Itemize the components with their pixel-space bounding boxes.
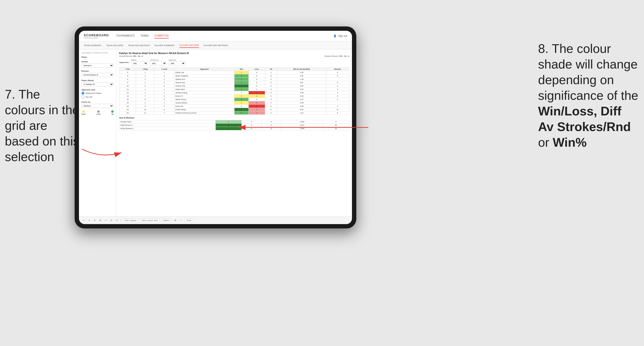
table-row: 1063 Andrea York 2 0 0 4.004 [120, 84, 349, 88]
player-rank-label: Player (Rank) [81, 79, 114, 82]
table-row: 1474 Eunice Yi 2 2 0 0.389 [120, 95, 349, 98]
player-section: Player [81, 56, 114, 58]
save-custom-button[interactable]: Save Custom View [140, 219, 159, 222]
nav-committee[interactable]: COMMITTEE [154, 33, 169, 38]
grid-button[interactable]: ⊞ [98, 219, 102, 222]
colour-legend: Down Level Up [81, 110, 114, 115]
cut-button[interactable]: ✂ [104, 219, 108, 222]
region-label: Region [131, 59, 148, 61]
th-div: # Div [120, 68, 136, 71]
clock-button[interactable]: ◷ [115, 219, 119, 222]
toolbar-divider [120, 219, 121, 222]
gender-section: Gender Women's [81, 61, 114, 68]
nav-links: TOURNAMENTS TEAMS COMMITTEE [116, 33, 334, 38]
paste-button[interactable]: ⊡ [110, 219, 113, 222]
main-content: Last Updated: 27/03/2024 16:55:38 Player… [79, 49, 352, 216]
logo-title: SCOREBOARD [84, 33, 109, 37]
top100-radio[interactable]: Top 100 [81, 95, 114, 99]
colour-by-label: Colour by [81, 101, 114, 103]
sub-nav-player-summary[interactable]: PLAYER SUMMARY [155, 43, 175, 48]
table-row: 1311 Jessica Huang 0 1 0 -3.002 [120, 91, 349, 95]
sub-nav-player-h2h-heatmap[interactable]: PLAYER H2H HEATMAP [204, 43, 228, 48]
up-dot [111, 110, 114, 113]
table-row: 914 Sharon Mun 1 0 0 3.673 [120, 81, 349, 84]
user-icon: 👤 [334, 35, 336, 37]
opponent-select[interactable]: (All) [168, 61, 186, 65]
player-rank-select[interactable]: 8. Katelyn Vo [81, 82, 114, 86]
sub-nav-team-h2h-heatmap[interactable]: TEAM H2H HEATMAP [128, 43, 150, 48]
division-select[interactable]: NCAA Division III [81, 73, 114, 77]
legend-up: Up [111, 110, 114, 115]
left-annotation: 7. The colours in the grid are based on … [5, 87, 82, 165]
watch-button[interactable]: Watch ▾ [162, 219, 172, 222]
h2h-table: # Div # Reg # Conf Opponent Win Loss Tie… [119, 67, 349, 115]
sub-nav-team-h2h-grid[interactable]: TEAM H2H GRID [106, 43, 123, 48]
opponents-filter-label: Opponents: [119, 61, 129, 63]
legend-down: Down [81, 110, 86, 115]
opponent-view-options: Opponents Played Top 100 [81, 92, 114, 99]
opponent-view-section: Opponent view Opponents Played Top 100 [81, 89, 114, 99]
colour-by-select[interactable]: Win/loss [81, 104, 114, 108]
th-tie: Tie [265, 68, 277, 71]
grid-area: Katelyn Vo Head-to-Head Grid for Women's… [116, 49, 352, 216]
level-dot [97, 110, 100, 113]
conference-select[interactable]: (All) [150, 61, 166, 65]
logo-subtitle: Powered by clippd [84, 37, 109, 39]
table-row: 633 Sydney Kuo 1 0 0 -1.00 [120, 78, 349, 81]
nav-bar: SCOREBOARD Powered by clippd TOURNAMENTS… [79, 31, 352, 41]
toolbar: ↩ ↪ ⟳ ⊞ ✂ ⊡ ◷ View: Original Save Custom… [79, 216, 352, 224]
layout-button[interactable]: ⊞ [174, 219, 177, 222]
out-of-division-table: Foreign Team 1 0 0 4.500 2 NAIA Division… [119, 120, 349, 130]
opponent-filter: Opponent (All) [168, 59, 186, 65]
grid-subtitle: Overall Record: 353 - 34 - 6 Division Re… [119, 55, 349, 57]
th-reg: # Reg [136, 68, 154, 71]
grid-title: Katelyn Vo Head-to-Head Grid for Women's… [119, 52, 349, 55]
region-select[interactable]: (All) [131, 61, 148, 65]
table-row: 20117 Federica Domecq Lacroze 2 1 0 1.33… [120, 111, 349, 115]
sidebar-timestamp: Last Updated: 27/03/2024 16:55:38 [81, 52, 114, 54]
table-row: Foreign Team 1 0 0 4.500 2 [120, 120, 349, 124]
th-opponent: Opponent [174, 68, 234, 71]
table-row: 19106 Emily Chang 4 1 0 0.3011 [120, 108, 349, 111]
redo-button[interactable]: ↪ [88, 219, 91, 222]
sidebar: Last Updated: 27/03/2024 16:55:38 Player… [79, 49, 116, 216]
sub-nav: TEAM SUMMARY TEAM H2H GRID TEAM H2H HEAT… [79, 41, 352, 49]
table-row: NAIA Division 1 15 0 0 9.267 30 [120, 124, 349, 127]
right-annotation: 8. The colour shade will change dependin… [538, 41, 639, 150]
nav-tournaments[interactable]: TOURNAMENTS [116, 33, 134, 38]
th-conf: # Conf [154, 68, 174, 71]
division-label: Division [81, 70, 114, 72]
colour-by-section: Colour by Win/loss [81, 101, 114, 108]
sub-nav-team-summary[interactable]: TEAM SUMMARY [84, 43, 101, 48]
down-dot [82, 110, 85, 113]
sub-nav-player-h2h-grid[interactable]: PLAYER H2H GRID [180, 43, 199, 48]
th-win: Win [234, 68, 248, 71]
export-button[interactable]: ⤢ [179, 219, 183, 222]
logo: SCOREBOARD Powered by clippd [84, 33, 109, 39]
sign-out-link[interactable]: Sign out [338, 35, 347, 37]
conference-filter: Conference (All) [150, 59, 166, 65]
division-section: Division NCAA Division III [81, 70, 114, 77]
share-button[interactable]: Share [185, 219, 193, 222]
opponent-view-label: Opponent view [81, 89, 114, 91]
undo-button[interactable]: ↩ [82, 219, 86, 222]
table-row: 311 Esther Lee 1 0 1 1.504 [120, 71, 349, 74]
table-row: 1611 Jessica Mason 1 2 0 -0.94 [120, 101, 349, 105]
rotate-button[interactable]: ⟳ [93, 219, 96, 222]
tablet-screen: SCOREBOARD Powered by clippd TOURNAMENTS… [79, 31, 352, 224]
player-label: Player [81, 56, 114, 58]
nav-right: 👤 Sign out [334, 35, 347, 37]
nav-teams[interactable]: TEAMS [140, 33, 148, 38]
division-record: Division Record: 331 - 34 - 6 [325, 55, 349, 57]
filter-row: Opponents: Region (All) Conference (All) [119, 59, 349, 65]
overall-record: Overall Record: 353 - 34 - 6 [119, 55, 143, 57]
gender-select[interactable]: Women's [81, 63, 114, 68]
legend-level: Level [96, 110, 101, 115]
player-rank-section: Player (Rank) 8. Katelyn Vo [81, 79, 114, 86]
view-original-button[interactable]: View: Original [123, 219, 138, 222]
opponents-played-radio[interactable]: Opponents Played [81, 92, 114, 95]
conference-label: Conference [150, 59, 166, 61]
gender-label: Gender [81, 61, 114, 63]
table-row: 1822 Euna Lee 0 1 0 -5.002 [120, 105, 349, 108]
opponent-label: Opponent [168, 59, 186, 61]
